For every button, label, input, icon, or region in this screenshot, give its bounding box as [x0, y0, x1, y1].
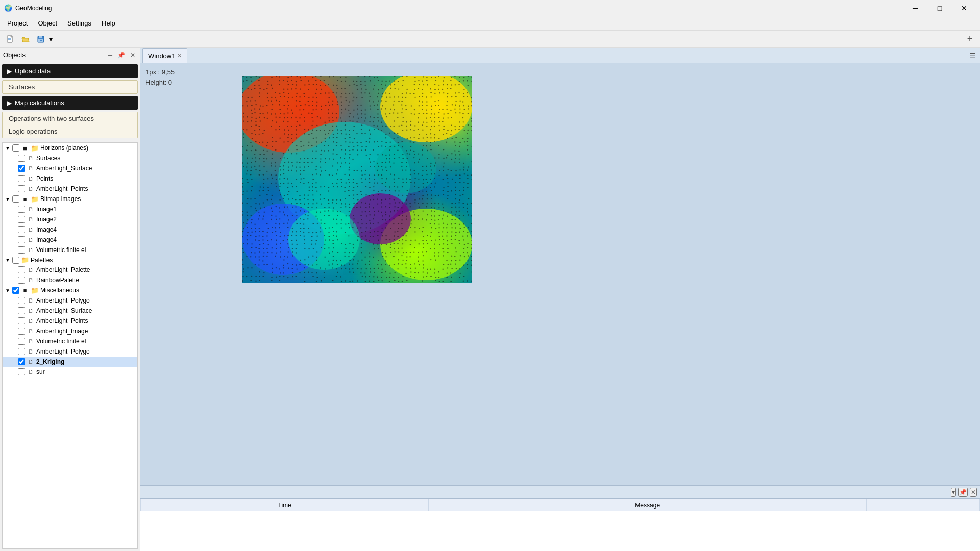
tree-node-amberlight-palette[interactable]: 🗋 AmberLight_Palette: [3, 265, 137, 275]
tab-window1[interactable]: Window1 ✕: [142, 48, 187, 63]
image4a-checkbox[interactable]: [18, 226, 25, 233]
save-button[interactable]: [34, 32, 48, 46]
app-title: GeoModeling: [15, 5, 903, 12]
amberlight-surf2-checkbox[interactable]: [18, 307, 25, 314]
image2-label: Image2: [36, 216, 57, 223]
tree-node-kriging[interactable]: 🗋 2_Kriging: [3, 357, 137, 367]
tree-node-sur[interactable]: 🗋 sur: [3, 367, 137, 377]
tree-panel[interactable]: ▼ ■ 📁 Horizons (planes) 🗋 Surfaces 🗋 Amb…: [2, 142, 138, 549]
tree-node-image4a[interactable]: 🗋 Image4: [3, 224, 137, 235]
panel-minimize-btn[interactable]: ─: [106, 51, 114, 59]
tab-filter-icon[interactable]: ☰: [969, 52, 976, 60]
panel-pin-btn[interactable]: 📌: [116, 51, 127, 59]
bitmap-checkbox[interactable]: [12, 195, 19, 203]
pixel-info: 1px : 9,55: [145, 67, 175, 78]
tree-node-points[interactable]: 🗋 Points: [3, 173, 137, 184]
horizons-folder2-icon: 📁: [31, 144, 39, 152]
bitmap-folder-icon: 📁: [31, 195, 39, 203]
maximize-button[interactable]: □: [928, 0, 951, 16]
dropdown-arrow[interactable]: ▾: [49, 35, 53, 43]
tree-node-horizons[interactable]: ▼ ■ 📁 Horizons (planes): [3, 143, 137, 153]
horizons-arrow-icon[interactable]: ▼: [5, 145, 11, 151]
palettes-arrow-icon[interactable]: ▼: [5, 257, 11, 263]
points-checkbox[interactable]: [18, 175, 25, 182]
tab-close-icon[interactable]: ✕: [177, 53, 182, 59]
tree-node-amberlight-surf2[interactable]: 🗋 AmberLight_Surface: [3, 306, 137, 316]
app-icon: 🌍: [4, 4, 12, 12]
volumetric-fe-checkbox[interactable]: [18, 246, 25, 254]
surfaces-label: Surfaces: [36, 155, 60, 162]
tree-node-volumetric-fe[interactable]: 🗋 Volumetric finite el: [3, 245, 137, 255]
image4b-checkbox[interactable]: [18, 236, 25, 243]
amberlight-polyg2-file-icon: 🗋: [27, 347, 35, 356]
tree-node-amberlight-points2[interactable]: 🗋 AmberLight_Points: [3, 316, 137, 326]
amberlight-polyg1-checkbox[interactable]: [18, 297, 25, 304]
volumetric-fe2-checkbox[interactable]: [18, 338, 25, 345]
new-button[interactable]: [3, 32, 17, 46]
image4a-label: Image4: [36, 226, 57, 233]
image1-checkbox[interactable]: [18, 206, 25, 213]
tab-bar: Window1 ✕ ☰: [140, 48, 980, 63]
tree-node-image2[interactable]: 🗋 Image2: [3, 214, 137, 224]
bottom-close-btn[interactable]: ✕: [970, 488, 977, 497]
bottom-pin-btn[interactable]: 📌: [958, 488, 968, 497]
tree-node-palettes[interactable]: ▼ 📁 Palettes: [3, 255, 137, 265]
amberlight-image-file-icon: 🗋: [27, 327, 35, 335]
open-button[interactable]: [18, 32, 33, 46]
panel-header: Objects ─ 📌 ✕: [0, 48, 140, 62]
menu-help[interactable]: Help: [96, 17, 120, 29]
viewport[interactable]: 1px : 9,55 Height: 0: [140, 63, 980, 485]
log-empty-header: [867, 499, 980, 511]
logic-operations-item[interactable]: Logic operations: [3, 125, 137, 138]
amberlight-surf2-label: AmberLight_Surface: [36, 307, 92, 314]
tree-node-image4b[interactable]: 🗋 Image4: [3, 235, 137, 245]
bottom-dropdown-btn[interactable]: ▾: [951, 488, 956, 497]
upload-data-section[interactable]: ▶ Upload data: [2, 64, 138, 78]
sur-checkbox[interactable]: [18, 368, 25, 375]
palettes-folder-icon: 📁: [21, 256, 29, 264]
tree-node-image1[interactable]: 🗋 Image1: [3, 204, 137, 214]
amberlight-image-checkbox[interactable]: [18, 328, 25, 335]
palettes-checkbox[interactable]: [12, 257, 19, 264]
kriging-checkbox[interactable]: [18, 358, 25, 365]
minimize-button[interactable]: ─: [903, 0, 927, 16]
tree-node-amberlight-polyg1[interactable]: 🗋 AmberLight_Polygo: [3, 295, 137, 306]
dot-canvas: [242, 76, 472, 283]
bottom-panel-header: ▾ 📌 ✕: [140, 486, 980, 499]
tree-node-amberlight-surface[interactable]: 🗋 AmberLight_Surface: [3, 163, 137, 173]
amberlight-palette-checkbox[interactable]: [18, 266, 25, 273]
kriging-label: 2_Kriging: [36, 358, 64, 365]
bitmap-arrow-icon[interactable]: ▼: [5, 196, 11, 202]
panel-close-btn[interactable]: ✕: [129, 51, 137, 59]
tree-node-volumetric-fe2[interactable]: 🗋 Volumetric finite el: [3, 336, 137, 346]
tree-node-amberlight-points[interactable]: 🗋 AmberLight_Points: [3, 184, 137, 194]
bitmap-folder-dark-icon: ■: [21, 195, 29, 203]
image2-checkbox[interactable]: [18, 216, 25, 223]
map-calculations-section[interactable]: ▶ Map calculations: [2, 96, 138, 110]
tree-node-amberlight-image[interactable]: 🗋 AmberLight_Image: [3, 326, 137, 336]
tree-node-amberlight-polyg2[interactable]: 🗋 AmberLight_Polygo: [3, 346, 137, 357]
menu-project[interactable]: Project: [2, 17, 33, 29]
miscellaneous-checkbox[interactable]: [12, 287, 19, 294]
amberlight-surface-checkbox[interactable]: [18, 165, 25, 172]
horizons-checkbox[interactable]: [12, 144, 19, 152]
miscellaneous-arrow-icon[interactable]: ▼: [5, 287, 11, 293]
tree-node-rainbowpalette[interactable]: 🗋 RainbowPalette: [3, 275, 137, 285]
svg-rect-6: [40, 40, 42, 41]
close-button[interactable]: ✕: [952, 0, 976, 16]
add-button[interactable]: +: [963, 32, 977, 46]
tree-node-surfaces[interactable]: 🗋 Surfaces: [3, 153, 137, 163]
amberlight-points-checkbox[interactable]: [18, 185, 25, 192]
tree-node-bitmap[interactable]: ▼ ■ 📁 Bitmap images: [3, 194, 137, 204]
menu-settings[interactable]: Settings: [62, 17, 96, 29]
amberlight-polyg2-checkbox[interactable]: [18, 348, 25, 355]
amberlight-points2-checkbox[interactable]: [18, 317, 25, 324]
amberlight-palette-file-icon: 🗋: [27, 266, 35, 274]
rainbowpalette-checkbox[interactable]: [18, 277, 25, 284]
menu-object[interactable]: Object: [33, 17, 62, 29]
toolbar: ▾ +: [0, 31, 980, 48]
surfaces-item[interactable]: Surfaces: [3, 81, 137, 93]
operations-two-surfaces-item[interactable]: Operations with two surfaces: [3, 112, 137, 125]
tree-node-miscellaneous[interactable]: ▼ ■ 📁 Miscellaneous: [3, 285, 137, 295]
surfaces-checkbox[interactable]: [18, 155, 25, 162]
